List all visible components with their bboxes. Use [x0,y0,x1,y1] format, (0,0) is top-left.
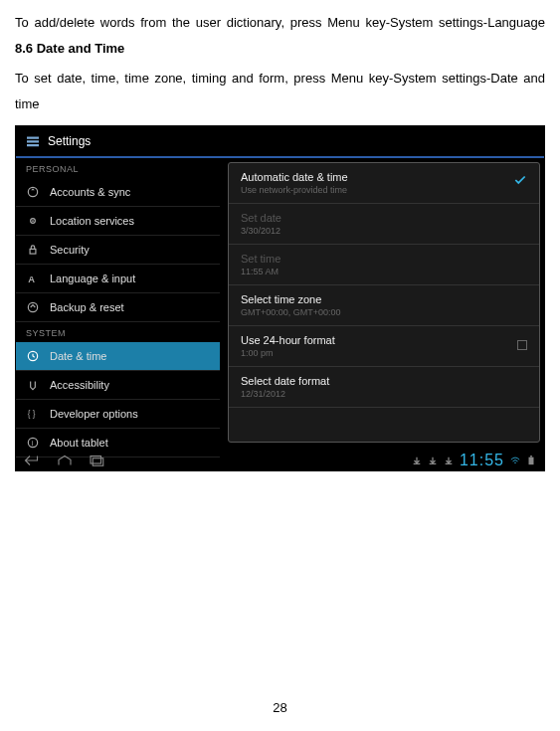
panel-title: Select time zone [241,293,527,305]
svg-rect-1 [27,140,39,142]
panel-item-setdate: Set date 3/30/2012 [229,204,539,245]
sidebar-item-location[interactable]: Location services [16,207,220,236]
language-icon: A [26,272,40,285]
svg-text:i: i [32,440,34,447]
settings-icon [24,132,42,150]
recent-icon[interactable] [88,454,105,467]
download-icon [428,456,438,465]
svg-rect-15 [529,457,534,465]
sidebar-item-security[interactable]: Security [16,236,220,265]
panel-title: Set date [241,212,527,224]
sidebar-label: Accessibility [50,379,109,391]
sidebar-item-language[interactable]: A Language & input [16,265,220,293]
sidebar-label: Date & time [50,350,106,362]
svg-rect-13 [91,457,101,464]
sync-icon [26,185,40,199]
sidebar-item-datetime[interactable]: Date & time [16,342,220,371]
panel-title: Set time [241,253,527,265]
sidebar: PERSONAL Accounts & sync Location servic… [16,158,220,447]
back-icon[interactable] [24,454,42,467]
sidebar-label: Security [50,244,90,256]
doc-text-1: To add/delete words from the user dictio… [15,10,545,62]
checkmark-icon [513,173,527,187]
settings-panel: Automatic date & time Use network-provid… [228,162,540,443]
location-icon [26,214,40,228]
sidebar-label: Backup & reset [50,301,124,313]
svg-rect-6 [30,249,36,254]
panel-item-24hour[interactable]: Use 24-hour format 1:00 pm [229,326,539,367]
hand-icon [26,378,40,392]
doc-text-2: To set date, time, time zone, timing and… [15,66,545,117]
panel-sub: 3/30/2012 [241,226,527,236]
svg-text:{ }: { } [28,410,36,419]
panel-item-settime: Set time 11:55 AM [229,245,539,285]
lock-icon [26,243,40,257]
clock-icon [26,349,40,363]
panel-title: Use 24-hour format [241,334,527,346]
download-icon [444,456,454,465]
clock-time: 11:55 [460,452,504,469]
panel-sub: 12/31/2012 [241,389,527,399]
titlebar: Settings [16,126,544,158]
panel-sub: Use network-provided time [241,185,527,195]
section-title: 8.6 Date and Time [15,41,124,56]
checkbox-icon [517,340,527,350]
panel-sub: 1:00 pm [241,348,527,358]
battery-icon [526,456,536,465]
sidebar-label: Language & input [50,273,135,284]
panel-title: Automatic date & time [241,171,527,183]
sidebar-header-system: SYSTEM [16,322,220,342]
sidebar-item-accounts[interactable]: Accounts & sync [16,178,220,207]
svg-point-5 [32,220,34,222]
download-icon [412,456,422,465]
page-number: 28 [15,471,545,715]
svg-rect-0 [27,137,39,139]
svg-point-8 [28,302,37,311]
panel-item-auto[interactable]: Automatic date & time Use network-provid… [229,163,539,204]
wifi-icon [510,456,520,465]
sidebar-label: About tablet [50,437,108,449]
sidebar-header-personal: PERSONAL [16,158,220,178]
panel-sub: GMT+00:00, GMT+00:00 [241,307,527,317]
svg-rect-16 [530,456,532,457]
panel-item-dateformat[interactable]: Select date format 12/31/2012 [229,367,539,408]
panel-sub: 11:55 AM [241,267,527,276]
settings-screenshot: Settings PERSONAL Accounts & sync Locati… [15,125,545,471]
sidebar-item-accessibility[interactable]: Accessibility [16,371,220,400]
panel-item-timezone[interactable]: Select time zone GMT+00:00, GMT+00:00 [229,285,539,326]
sidebar-label: Accounts & sync [50,186,130,198]
sidebar-item-developer[interactable]: { } Developer options [16,400,220,429]
titlebar-title: Settings [48,134,91,148]
sidebar-label: Developer options [50,408,138,420]
sidebar-item-backup[interactable]: Backup & reset [16,293,220,322]
svg-rect-2 [27,144,39,146]
backup-icon [26,300,40,314]
panel-title: Select date format [241,375,527,387]
doc-text-1a: To add/delete words from the user dictio… [15,15,545,30]
braces-icon: { } [26,407,40,421]
svg-text:A: A [28,274,35,284]
info-icon: i [26,436,40,450]
svg-rect-14 [93,458,103,466]
home-icon[interactable] [56,454,74,467]
sidebar-label: Location services [50,215,134,227]
